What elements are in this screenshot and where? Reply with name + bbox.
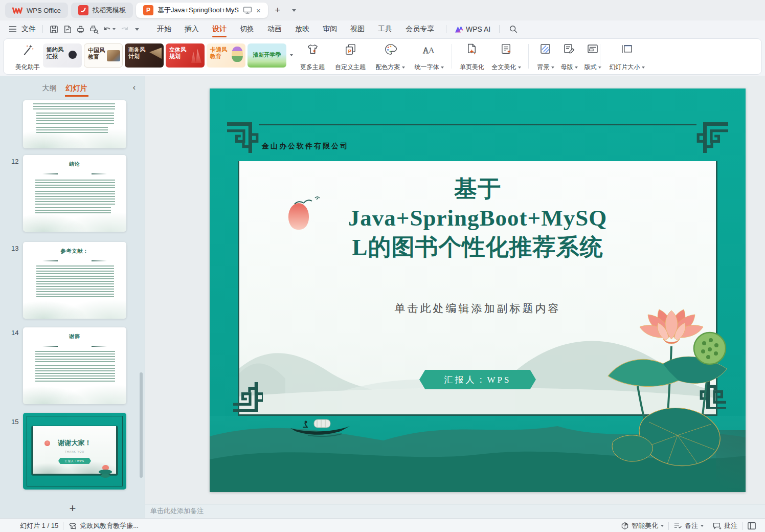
hamburger-icon[interactable] <box>6 23 19 35</box>
slide-title[interactable]: 基于 Java+SpringBoot+MySQ L的图书个性化推荐系统 <box>239 174 716 262</box>
beautify-all-dropdown-icon[interactable] <box>518 66 521 69</box>
beautify-assistant-button[interactable]: 美化助手 <box>12 42 43 73</box>
background-button[interactable]: 背景 <box>532 42 559 73</box>
slide-thumbnail-12[interactable]: 结论 <box>23 155 126 232</box>
color-scheme-dropdown-icon[interactable] <box>402 66 405 69</box>
menu-design[interactable]: 设计 <box>206 20 233 38</box>
present-mode-icon[interactable] <box>243 6 252 14</box>
output-icon[interactable] <box>60 23 74 35</box>
notes-toggle-button[interactable]: 备注 <box>669 521 708 530</box>
slide-size-button[interactable]: 幻灯片大小 <box>605 42 649 73</box>
thumb-title: 参考文献： <box>23 248 126 255</box>
add-slide-button[interactable]: + <box>65 501 80 516</box>
palette-icon <box>384 43 397 56</box>
new-tab-button[interactable]: + <box>271 4 284 17</box>
comment-plus-icon <box>713 522 722 530</box>
close-tab-icon[interactable]: × <box>256 6 261 15</box>
company-name[interactable]: 金山办公软件有限公司 <box>262 142 349 151</box>
notes-placeholder: 单击此处添加备注 <box>150 506 204 516</box>
template-card-3d[interactable]: 立体风规划 <box>166 43 205 68</box>
master-dropdown-icon[interactable] <box>575 66 578 69</box>
save-icon[interactable] <box>47 23 60 35</box>
wps-logo-icon <box>12 5 22 15</box>
template-card-business[interactable]: 商务风计划 <box>125 43 164 68</box>
editing-canvas: 金山办公软件有限公司 基于 Java+SpringBoot+ <box>145 76 765 504</box>
menu-view[interactable]: 视图 <box>344 20 371 38</box>
more-themes-button[interactable]: 更多主题 <box>296 42 329 73</box>
beautify-all-button[interactable]: 全文美化 <box>488 42 524 73</box>
search-icon[interactable] <box>507 23 520 35</box>
svg-text:P: P <box>348 48 351 54</box>
slide-thumbnail-15[interactable]: 谢谢大家！ THANK YOU 汇报人：WPS <box>23 413 126 490</box>
magic-wand-icon <box>21 43 34 56</box>
comments-button[interactable]: 批注 <box>708 521 742 530</box>
menu-animation[interactable]: 动画 <box>261 20 288 38</box>
tab-slides[interactable]: 幻灯片 <box>65 82 88 97</box>
unify-font-button[interactable]: A A 统一字体 <box>411 42 447 73</box>
template-card-chinese[interactable]: 中国风教育 <box>84 43 123 68</box>
background-dropdown-icon[interactable] <box>551 66 554 69</box>
slide-thumbnail-13[interactable]: 参考文献： <box>23 242 126 319</box>
slide-thumbnail-14[interactable]: 谢辞 <box>23 327 126 404</box>
slide-thumbnail-11[interactable] <box>23 100 126 148</box>
layout-button[interactable]: 版式 <box>579 42 606 73</box>
smart-beautify-button[interactable]: 智能美化 <box>616 521 668 530</box>
beautify-page-button[interactable]: 单页美化 <box>456 42 488 73</box>
template-name: 党政风教育教学廉... <box>80 521 139 530</box>
smart-beautify-icon <box>621 522 629 530</box>
thumb-title: 结论 <box>23 161 126 168</box>
undo-icon[interactable] <box>100 23 114 35</box>
template-card-cartoon[interactable]: 卡通风教育 <box>207 43 245 68</box>
presenter-badge[interactable]: 汇报人：WPS <box>419 370 536 389</box>
smart-beautify-dropdown-icon[interactable] <box>661 525 664 527</box>
beautify-page-icon <box>466 43 479 56</box>
slide-size-dropdown-icon[interactable] <box>642 66 645 69</box>
master-icon <box>563 43 575 55</box>
custom-theme-button[interactable]: P 自定义主题 <box>331 42 370 73</box>
tab-list-button[interactable] <box>287 4 301 17</box>
tab-wps-home[interactable]: WPS Office <box>5 3 68 18</box>
color-scheme-button[interactable]: 配色方案 <box>372 42 409 73</box>
tab-outline[interactable]: 大纲 <box>41 82 58 97</box>
collapse-panel-icon[interactable]: ‹ <box>133 83 136 92</box>
panel-tabs: 大纲 幻灯片 <box>0 82 129 97</box>
lotus-illustration <box>606 303 734 492</box>
template-card-school[interactable]: 清新开学季 <box>248 43 286 68</box>
notes-bar[interactable]: 单击此处添加备注 <box>145 504 765 518</box>
template-expander-icon[interactable] <box>290 54 293 56</box>
notes-list-icon <box>673 522 682 529</box>
quickbar-more-icon[interactable] <box>135 28 139 31</box>
menu-start[interactable]: 开始 <box>150 20 178 38</box>
print-icon[interactable] <box>74 23 87 35</box>
menu-tools[interactable]: 工具 <box>371 20 399 38</box>
template-store-item[interactable]: 党政风教育教学廉... <box>63 521 143 530</box>
boat-illustration <box>287 417 353 438</box>
menu-slideshow[interactable]: 放映 <box>288 20 316 38</box>
master-button[interactable]: 母版 <box>556 42 582 73</box>
menu-review[interactable]: 审阅 <box>316 20 344 38</box>
slide-number: 14 <box>11 329 18 337</box>
wps-ai-button[interactable]: WPS AI <box>449 25 495 33</box>
window-tab-bar: WPS Office 找稻壳模板 P 基于Java+SpringBoot+MyS… <box>0 0 765 20</box>
menu-member[interactable]: 会员专享 <box>399 20 441 38</box>
notes-dropdown-icon[interactable] <box>701 525 704 527</box>
undo-dropdown-icon[interactable] <box>112 28 116 30</box>
menu-transition[interactable]: 切换 <box>233 20 261 38</box>
menu-insert[interactable]: 插入 <box>178 20 206 38</box>
panel-layout-button[interactable] <box>742 522 761 530</box>
tab-docer[interactable]: 找稻壳模板 <box>71 3 133 18</box>
layout-icon <box>587 43 599 55</box>
slide-canvas[interactable]: 金山办公软件有限公司 基于 Java+SpringBoot+ <box>210 88 746 492</box>
unify-font-dropdown-icon[interactable] <box>441 66 444 69</box>
tab-document[interactable]: P 基于Java+SpringBoot+MyS × <box>136 3 268 18</box>
slide-number: 15 <box>11 418 18 426</box>
svg-text:A: A <box>429 46 435 55</box>
corner-ornament-card-bottom-left <box>233 382 263 412</box>
template-card-simple[interactable]: 简约风汇报 <box>43 43 82 68</box>
thumb-title: 谢谢大家！ <box>33 438 116 448</box>
sidebar-scrollbar[interactable] <box>140 372 143 478</box>
slide-size-icon <box>621 43 634 55</box>
menu-file[interactable]: 文件 <box>19 20 42 38</box>
print-preview-icon[interactable] <box>87 23 100 35</box>
ribbon: 美化助手 简约风汇报 中国风教育 商务风计划 立体风规划 卡通风教育 清新开学季 <box>0 38 765 76</box>
